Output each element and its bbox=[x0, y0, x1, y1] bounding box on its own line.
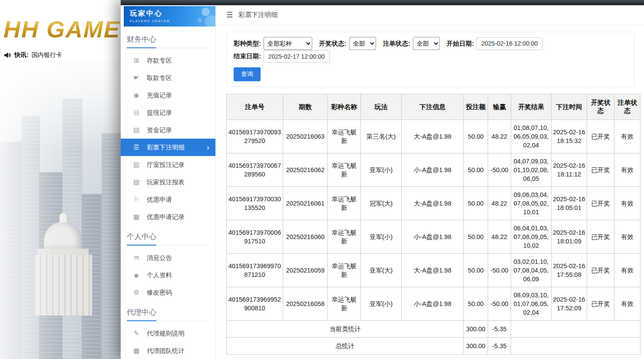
column-header: 下注时间 bbox=[552, 94, 587, 120]
sidebar-item-promo-apply-records[interactable]: ▦优惠申请记录 bbox=[121, 208, 215, 226]
site-logo: HH GAME bbox=[3, 16, 120, 43]
sidebar-item-funds-records[interactable]: ▤资金记录 bbox=[121, 121, 215, 139]
sidebar-item-recharge-records[interactable]: ◉充值记录 bbox=[121, 86, 215, 104]
table-cell: 48.22 bbox=[488, 187, 511, 220]
sidebar-section-title: 代理中心 bbox=[127, 307, 209, 321]
table-cell: 2025-02-16 18:01:09 bbox=[552, 220, 587, 254]
building-shape bbox=[102, 133, 121, 359]
sidebar-item-agent-rules[interactable]: ✎代理规则说明 bbox=[121, 325, 215, 342]
start-date-label: 开始日期: bbox=[447, 40, 474, 48]
sidebar-item-hall-bet-records[interactable]: ▥厅室投注记录 bbox=[121, 156, 215, 173]
sidebar-item-label: 消息公告 bbox=[147, 254, 172, 262]
bet-table-foot: 当前页统计300.00-5.35总统计300.00-5.35 bbox=[227, 321, 641, 355]
summary-winloss-total: -5.35 bbox=[488, 321, 511, 338]
table-cell: 401569173969970871210 bbox=[227, 254, 283, 287]
sidebar-item-promo-apply[interactable]: ⚐优惠申请 bbox=[121, 191, 215, 208]
table-cell: 50.00 bbox=[464, 220, 488, 254]
table-cell: 20250216061 bbox=[283, 187, 328, 220]
start-date-input[interactable] bbox=[476, 37, 542, 50]
sidebar-item-lottery-bet-details[interactable]: ☰彩票下注明细› bbox=[121, 139, 215, 156]
capitol-dome bbox=[34, 222, 92, 316]
table-header-row: 注单号期数彩种名称玩法下注信息投注额输赢开奖结果下注时间开奖状态注单状态 bbox=[227, 94, 641, 120]
sidebar-item-label: 玩家投注报表 bbox=[147, 178, 185, 186]
sidebar-section-title: 财务中心 bbox=[127, 34, 209, 48]
table-cell: 401569173970093279520 bbox=[227, 120, 283, 153]
table-cell: 已开奖 bbox=[587, 254, 614, 287]
page-title: 彩票下注明细 bbox=[238, 11, 277, 19]
bet-status-filter: 注单状态: 全部 bbox=[383, 37, 440, 50]
sidebar-item-withdraw-zone[interactable]: ☛取款专区 bbox=[121, 69, 215, 86]
screen: HH GAME 快讯: 国内银行卡 bbox=[0, 0, 644, 359]
summary-row: 当前页统计300.00-5.35 bbox=[227, 321, 641, 338]
table-cell: 大-A盘@1.98 bbox=[402, 120, 464, 153]
search-button[interactable]: 查询 bbox=[234, 67, 261, 81]
sidebar-item-player-bet-report[interactable]: ▨玩家投注报表 bbox=[121, 173, 215, 191]
sidebar-item-label: 代理团队统计 bbox=[147, 347, 185, 355]
table-cell: 04,07,09,03,01,10,02,08,06,05 bbox=[511, 153, 552, 187]
start-date-filter: 开始日期: bbox=[447, 37, 543, 50]
lottery-type-label: 彩种类型: bbox=[234, 40, 261, 48]
table-cell: 2025-02-16 18:15:32 bbox=[552, 120, 587, 153]
sidebar-item-profile[interactable]: ☻个人资料 bbox=[121, 266, 215, 284]
summary-empty bbox=[511, 338, 641, 355]
table-cell: 有效 bbox=[614, 220, 641, 254]
table-cell: 已开奖 bbox=[587, 187, 614, 220]
sidebar-header: 玩家中心 PLAYERS CENTER bbox=[124, 6, 215, 27]
ticker-label: 快讯: bbox=[14, 51, 29, 59]
ticker-text: 国内银行卡 bbox=[32, 51, 62, 59]
lottery-type-select[interactable]: 全部彩种 bbox=[264, 37, 312, 50]
table-cell: 冠军(大) bbox=[361, 187, 402, 220]
sidebar-item-withdrawal-records[interactable]: ⊟提现记录 bbox=[121, 104, 215, 121]
table-cell: 401569173970030135520 bbox=[227, 187, 283, 220]
column-header: 注单状态 bbox=[614, 94, 641, 120]
table-cell: 09,06,03,04,07,08,05,02,10,01 bbox=[511, 187, 552, 220]
sidebar-item-change-password[interactable]: ⚙修改密码 bbox=[121, 284, 215, 301]
sidebar-item-label: 代理规则说明 bbox=[147, 329, 185, 338]
draw-status-select[interactable]: 全部 bbox=[349, 37, 376, 50]
lottery-type-filter: 彩种类型: 全部彩种 bbox=[234, 37, 312, 50]
sidebar-section-title: 个人中心 bbox=[127, 232, 209, 246]
table-cell: -50.00 bbox=[488, 287, 511, 321]
table-cell: 已开奖 bbox=[587, 153, 614, 187]
summary-bet-total: 300.00 bbox=[464, 321, 488, 338]
table-cell: 06,04,01,03,07,08,09,05,10,02 bbox=[511, 220, 552, 254]
column-header: 下注信息 bbox=[402, 94, 464, 120]
bet-status-select[interactable]: 全部 bbox=[413, 37, 440, 50]
table-cell: 03,02,01,10,07,08,04,05,06,09 bbox=[511, 254, 552, 287]
sidebar-item-label: 优惠申请 bbox=[147, 196, 172, 204]
end-date-input[interactable] bbox=[264, 50, 330, 63]
hall-bet-records-icon: ▥ bbox=[132, 161, 140, 169]
table-cell: 亚军(小) bbox=[361, 153, 402, 187]
table-cell: 20250216058 bbox=[283, 287, 328, 321]
summary-winloss-total: -5.35 bbox=[488, 338, 511, 355]
content-body: 彩种类型: 全部彩种 开奖状态: 全部 bbox=[216, 25, 644, 359]
table-cell: 401569173969952900810 bbox=[227, 287, 283, 321]
sidebar-item-deposit-zone[interactable]: ⊞存款专区 bbox=[121, 52, 215, 69]
menu-toggle-icon[interactable]: ☰ bbox=[226, 10, 233, 20]
deposit-zone-icon: ⊞ bbox=[132, 57, 140, 64]
sidebar-item-announcements[interactable]: ✉消息公告 bbox=[121, 249, 215, 266]
recharge-records-icon: ◉ bbox=[132, 91, 140, 99]
change-password-icon: ⚙ bbox=[132, 289, 140, 296]
bet-table: 注单号期数彩种名称玩法下注信息投注额输赢开奖结果下注时间开奖状态注单状态 401… bbox=[226, 94, 641, 355]
top-strip bbox=[121, 0, 644, 5]
summary-label: 总统计 bbox=[227, 338, 464, 355]
sidebar-item-agent-team-stats[interactable]: ▩代理团队统计 bbox=[121, 342, 215, 359]
table-cell: 幸运飞艇新 bbox=[328, 220, 361, 254]
table-row: 40156917397003013552020250216061幸运飞艇新冠军(… bbox=[227, 187, 641, 220]
speaker-icon bbox=[4, 52, 11, 58]
table-cell: 50.00 bbox=[464, 120, 488, 153]
table-cell: 已开奖 bbox=[587, 287, 614, 321]
player-bet-report-icon: ▨ bbox=[132, 178, 140, 186]
column-header: 开奖状态 bbox=[587, 94, 614, 120]
announcements-icon: ✉ bbox=[132, 254, 140, 262]
players-center-panel: 玩家中心 PLAYERS CENTER 财务中心⊞存款专区☛取款专区◉充值记录⊟… bbox=[121, 0, 644, 359]
table-cell: 幸运飞艇新 bbox=[328, 254, 361, 287]
table-cell: 48.22 bbox=[488, 120, 511, 153]
summary-bet-total: 300.00 bbox=[464, 338, 488, 355]
column-header: 开奖结果 bbox=[511, 94, 552, 120]
building-shape bbox=[82, 194, 102, 359]
filter-row: 彩种类型: 全部彩种 开奖状态: 全部 bbox=[234, 37, 627, 63]
sidebar-item-label: 厅室投注记录 bbox=[147, 161, 185, 169]
table-cell: 幸运飞艇新 bbox=[328, 153, 361, 187]
